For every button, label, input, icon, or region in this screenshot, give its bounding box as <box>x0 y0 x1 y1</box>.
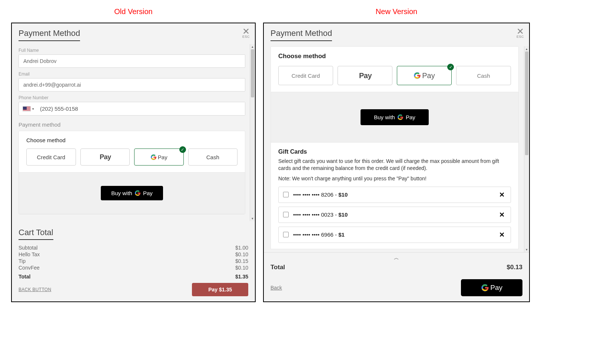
old-version-column: Old Version Payment Method ✕ ESC ▴ ▾ Ful… <box>11 7 256 302</box>
line-value: $0.15 <box>235 258 248 264</box>
close-hint: ESC <box>242 35 250 39</box>
old-panel: Payment Method ✕ ESC ▴ ▾ Full Name Email <box>11 23 256 302</box>
panel-title: Payment Method <box>19 29 80 41</box>
scroll-thumb[interactable] <box>251 49 254 97</box>
us-flag-icon <box>23 106 31 111</box>
buy-section: Buy with Pay <box>270 92 519 143</box>
gift-card-block: Gift Cards Select gift cards you want to… <box>270 143 519 249</box>
old-scroll-area: ▴ ▾ Full Name Email Phone Number ▾ <box>12 44 255 221</box>
total-label: Total <box>270 264 285 271</box>
buy-with-label: Buy with <box>111 190 132 196</box>
close-button[interactable]: ✕ ESC <box>242 27 250 39</box>
method-cash[interactable]: Cash <box>188 148 238 166</box>
line-value: $0.10 <box>235 251 248 257</box>
method-google-label: Pay <box>422 71 435 80</box>
close-button[interactable]: ✕ ESC <box>517 27 524 39</box>
chevron-up-icon: ︿ <box>394 255 399 261</box>
line-label: ConvFee <box>19 265 40 271</box>
method-credit-card[interactable]: Credit Card <box>278 66 333 85</box>
phone-input[interactable] <box>36 102 245 115</box>
buy-with-gpay-button[interactable]: Buy with Pay <box>101 186 163 200</box>
pay-button[interactable]: Pay $1.35 <box>192 283 248 296</box>
panel-title: Payment Method <box>270 29 332 41</box>
gift-card-amount: $10 <box>338 211 348 218</box>
method-cash-label: Cash <box>206 154 219 160</box>
totals-list: Subtotal $1.00 Hello Tax $0.10 Tip $0.15… <box>19 244 248 280</box>
gift-card-row: •••• •••• •••• 0023 - $10 ✕ <box>278 207 511 223</box>
country-flag-selector[interactable]: ▾ <box>19 103 36 114</box>
scroll-up-icon[interactable]: ▴ <box>250 44 255 49</box>
line-value: $1.00 <box>235 245 248 251</box>
scroll-up-icon[interactable]: ▴ <box>524 46 529 51</box>
expand-totals-toggle[interactable]: ︿ <box>270 255 522 261</box>
gpay-word: Pay <box>490 284 502 292</box>
method-apple-pay[interactable]: Pay <box>338 66 392 85</box>
scroll-down-icon[interactable]: ▾ <box>524 247 529 252</box>
method-apple-label: Pay <box>100 153 111 161</box>
method-cash-label: Cash <box>477 73 490 79</box>
line-label: Tip <box>19 258 26 264</box>
gift-card-text: •••• •••• •••• 6966 - $1 <box>293 231 493 238</box>
phone-input-row: ▾ <box>19 102 245 116</box>
line-value: $0.10 <box>235 265 248 271</box>
google-g-icon <box>397 114 404 120</box>
email-label: Email <box>19 71 245 77</box>
google-g-icon <box>150 154 157 160</box>
gift-card-row: •••• •••• •••• 8206 - $10 ✕ <box>278 187 511 203</box>
gift-card-checkbox[interactable] <box>283 192 289 197</box>
choose-method-label: Choose method <box>278 53 511 60</box>
footer: ︿ Total $0.13 Back Pay <box>264 252 529 301</box>
scrollbar[interactable]: ▴ ▾ <box>250 44 255 221</box>
method-credit-card[interactable]: Credit Card <box>26 148 76 166</box>
google-g-icon <box>481 284 489 292</box>
gift-card-text: •••• •••• •••• 0023 - $10 <box>293 211 493 218</box>
gpay-pay-button[interactable]: Pay <box>461 279 522 296</box>
scroll-thumb[interactable] <box>525 51 528 155</box>
new-scroll-area: ▴ ▾ Choose method Credit Card Pay <box>264 46 529 252</box>
new-version-column: New Version Payment Method ✕ ESC ▴ ▾ Cho… <box>263 7 530 302</box>
email-input[interactable] <box>19 78 245 91</box>
method-credit-label: Credit Card <box>37 154 65 160</box>
total-value: $1.35 <box>235 274 248 280</box>
google-g-icon <box>414 72 421 79</box>
gift-note: Note: We won't charge anything until you… <box>278 176 511 181</box>
scrollbar[interactable]: ▴ ▾ <box>524 46 529 252</box>
back-link[interactable]: Back <box>270 285 282 291</box>
gift-card-masked: •••• •••• •••• 8206 <box>293 191 333 198</box>
method-apple-label: Pay <box>359 71 372 80</box>
scroll-down-icon[interactable]: ▾ <box>250 216 255 221</box>
gift-card-checkbox[interactable] <box>283 232 289 237</box>
buy-with-gpay-button[interactable]: Buy with Pay <box>361 109 429 125</box>
gift-card-amount: $1 <box>338 231 345 238</box>
gift-card-amount: $10 <box>338 191 348 198</box>
method-apple-pay[interactable]: Pay <box>80 148 130 166</box>
gift-card-checkbox[interactable] <box>283 212 289 217</box>
gpay-word: Pay <box>143 190 153 196</box>
gpay-word: Pay <box>406 114 415 120</box>
table-row: Hello Tax $0.10 <box>19 251 248 258</box>
old-version-label: Old Version <box>114 7 152 16</box>
gift-card-masked: •••• •••• •••• 0023 <box>293 211 333 218</box>
table-row: ConvFee $0.10 <box>19 264 248 271</box>
total-value: $0.13 <box>507 264 522 271</box>
remove-gift-card-icon[interactable]: ✕ <box>498 211 506 219</box>
table-row: Subtotal $1.00 <box>19 244 248 251</box>
method-google-label: Pay <box>158 154 167 160</box>
method-google-pay[interactable]: ✓ Pay <box>397 66 452 85</box>
method-cash[interactable]: Cash <box>456 66 511 85</box>
check-icon: ✓ <box>447 64 454 70</box>
buy-with-label: Buy with <box>374 114 395 120</box>
new-panel: Payment Method ✕ ESC ▴ ▾ Choose method <box>263 23 530 302</box>
remove-gift-card-icon[interactable]: ✕ <box>498 191 506 199</box>
choose-method-label: Choose method <box>26 137 238 143</box>
method-google-pay[interactable]: ✓ Pay <box>134 148 184 166</box>
chevron-down-icon: ▾ <box>32 107 34 111</box>
check-icon: ✓ <box>179 146 186 153</box>
full-name-label: Full Name <box>19 48 245 53</box>
back-button-link[interactable]: BACK BUTTON <box>19 287 51 292</box>
remove-gift-card-icon[interactable]: ✕ <box>498 231 506 239</box>
choose-method-card: Choose method Credit Card Pay ✓ <box>270 46 519 92</box>
cart-total-title: Cart Total <box>19 228 53 240</box>
gift-description: Select gift cards you want to use for th… <box>278 158 511 172</box>
full-name-input[interactable] <box>19 54 245 68</box>
